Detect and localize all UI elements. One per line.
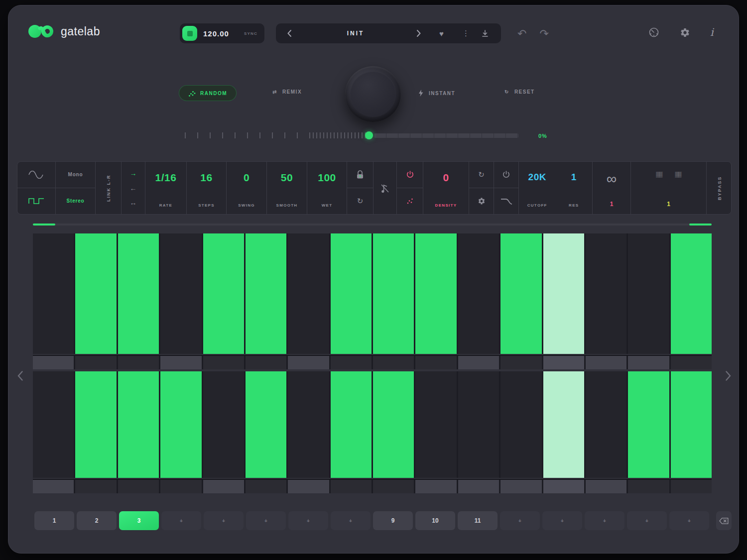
step-slot-left-11[interactable] <box>458 356 499 369</box>
sequence-scrollbar[interactable] <box>33 224 712 225</box>
step-left-2[interactable] <box>75 233 116 354</box>
wet-control[interactable]: 100 WET <box>307 162 347 214</box>
step-left-16[interactable] <box>671 233 712 354</box>
step-slot-left-6[interactable] <box>246 356 286 369</box>
step-slot-left-9[interactable] <box>373 356 414 369</box>
pattern-slot-14[interactable]: + <box>585 511 624 530</box>
preset-name[interactable]: INIT <box>306 30 405 37</box>
filter-cycle-button[interactable]: ↻ <box>469 162 494 188</box>
pattern-slot-2[interactable]: 2 <box>77 511 117 530</box>
favorite-button[interactable]: ♥ <box>439 29 444 38</box>
step-left-3[interactable] <box>118 233 159 354</box>
preset-menu-button[interactable]: ⋮ <box>462 29 470 38</box>
direction-backward-icon[interactable]: ← <box>130 185 137 192</box>
step-slot-left-13[interactable] <box>543 356 584 369</box>
step-slot-right-7[interactable] <box>288 480 329 493</box>
step-slot-right-3[interactable] <box>118 480 159 493</box>
step-left-11[interactable] <box>458 233 499 354</box>
sequence-page-left-button[interactable] <box>14 365 25 387</box>
steps-control[interactable]: 16 STEPS <box>187 162 227 214</box>
settings-button[interactable] <box>680 27 690 38</box>
pattern-slot-9[interactable]: 9 <box>373 511 413 530</box>
step-right-14[interactable] <box>586 371 626 478</box>
sine-wave-button[interactable] <box>17 162 55 188</box>
sequence-page-right-button[interactable] <box>723 365 734 387</box>
step-left-10[interactable] <box>415 233 456 354</box>
pattern-slot-7[interactable]: + <box>288 511 328 530</box>
step-left-6[interactable] <box>246 233 286 354</box>
step-right-8[interactable] <box>331 371 372 478</box>
reset-button[interactable]: ↻ RESET <box>504 89 535 95</box>
save-preset-button[interactable] <box>481 29 489 37</box>
square-wave-button[interactable] <box>17 188 55 215</box>
smooth-control[interactable]: 50 SMOOTH <box>267 162 307 214</box>
preset-next-button[interactable] <box>416 29 421 37</box>
randomness-slider[interactable] <box>185 130 518 141</box>
step-right-10[interactable] <box>415 371 456 478</box>
pattern-slot-12[interactable]: + <box>500 511 540 530</box>
step-left-5[interactable] <box>203 233 244 354</box>
step-left-4[interactable] <box>160 233 201 354</box>
pattern-slot-5[interactable]: + <box>204 511 244 530</box>
rate-control[interactable]: 1/16 RATE <box>145 162 187 214</box>
undo-button[interactable]: ↶ <box>517 27 526 40</box>
step-slot-right-14[interactable] <box>586 480 626 493</box>
step-right-13[interactable] <box>543 371 584 478</box>
direction-forward-icon[interactable]: → <box>130 170 137 177</box>
dither-control[interactable]: ▒▒ ▒▒ 1 <box>631 162 707 214</box>
step-slot-right-8[interactable] <box>331 480 372 493</box>
density-power-button[interactable] <box>397 162 423 188</box>
pattern-slot-6[interactable]: + <box>246 511 286 530</box>
step-slot-left-16[interactable] <box>671 356 712 369</box>
step-right-12[interactable] <box>500 371 541 478</box>
instant-button[interactable]: INSTANT <box>418 89 455 97</box>
lock-cycle-button[interactable]: ↻ <box>347 188 373 215</box>
step-slot-right-11[interactable] <box>458 480 499 493</box>
sync-label[interactable]: SYNC <box>244 31 257 36</box>
step-slot-left-12[interactable] <box>500 356 541 369</box>
pattern-slot-13[interactable]: + <box>542 511 582 530</box>
pattern-slot-1[interactable]: 1 <box>34 511 74 530</box>
redo-button[interactable]: ↷ <box>539 27 548 40</box>
direction-pingpong-icon[interactable]: ↔ <box>130 199 137 206</box>
step-slot-right-6[interactable] <box>246 480 286 493</box>
step-right-9[interactable] <box>373 371 414 478</box>
step-right-5[interactable] <box>203 371 244 478</box>
remix-button[interactable]: ⇄ REMIX <box>272 89 302 95</box>
step-slot-right-16[interactable] <box>671 480 712 493</box>
step-slot-right-2[interactable] <box>75 480 116 493</box>
step-right-2[interactable] <box>75 371 116 478</box>
step-left-9[interactable] <box>373 233 414 354</box>
step-slot-right-1[interactable] <box>33 480 74 493</box>
step-right-3[interactable] <box>118 371 159 478</box>
step-slot-left-3[interactable] <box>118 356 159 369</box>
step-left-14[interactable] <box>586 233 626 354</box>
stereo-button[interactable]: Stereo <box>56 188 95 215</box>
step-slot-right-9[interactable] <box>373 480 414 493</box>
step-slot-right-15[interactable] <box>628 480 669 493</box>
step-left-1[interactable] <box>33 233 74 354</box>
pattern-slot-16[interactable]: + <box>669 511 709 530</box>
density-random-button[interactable] <box>397 188 423 215</box>
step-right-16[interactable] <box>671 371 712 478</box>
info-button[interactable]: i <box>710 26 714 38</box>
preset-prev-button[interactable] <box>287 29 292 37</box>
pattern-slot-11[interactable]: 11 <box>458 511 498 530</box>
pattern-slot-4[interactable]: + <box>161 511 201 530</box>
step-slot-right-13[interactable] <box>543 480 584 493</box>
step-slot-left-4[interactable] <box>160 356 201 369</box>
clear-pattern-button[interactable] <box>716 511 732 530</box>
step-left-15[interactable] <box>628 233 669 354</box>
step-slot-left-2[interactable] <box>75 356 116 369</box>
lock-button[interactable] <box>347 162 373 188</box>
filter-settings-button[interactable] <box>469 188 494 215</box>
density-control[interactable]: 0 DENSITY <box>423 162 469 214</box>
bypass-toggle[interactable]: BYPASS <box>707 162 732 214</box>
filter-power-button[interactable] <box>494 162 518 188</box>
step-right-4[interactable] <box>160 371 201 478</box>
step-slot-left-10[interactable] <box>415 356 456 369</box>
pattern-slot-15[interactable]: + <box>627 511 667 530</box>
midi-button[interactable] <box>648 26 660 38</box>
step-right-6[interactable] <box>246 371 286 478</box>
slider-handle[interactable] <box>365 131 373 139</box>
